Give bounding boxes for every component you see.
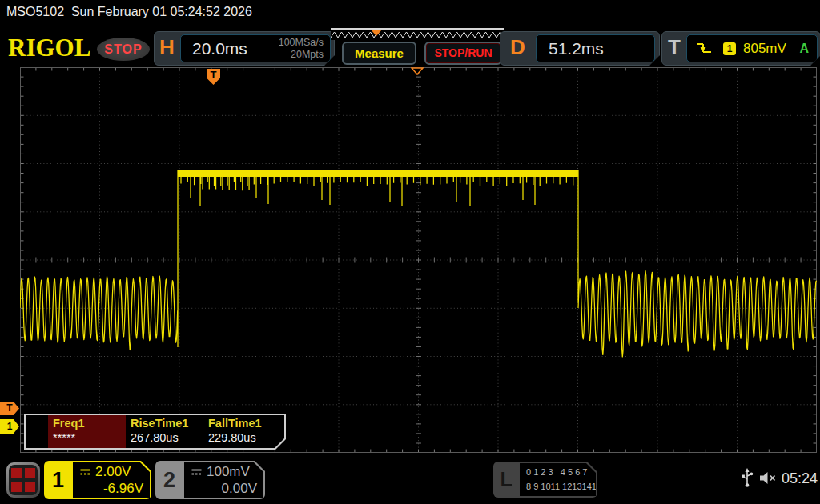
channel2-offset: 0.00V xyxy=(191,481,257,497)
acquisition-info: 100MSa/s 20Mpts xyxy=(279,37,330,61)
waveform-display-area: T Freq1 ***** RiseTime1 267.80us FallTim… xyxy=(20,67,817,453)
measurement-panel-body: Freq1 ***** RiseTime1 267.80us FallTime1… xyxy=(26,415,284,448)
measurement-label: RiseTime1 xyxy=(131,417,203,430)
measurement-item-freq[interactable]: Freq1 ***** xyxy=(48,415,126,448)
digital-channels-row1: 0 1 2 3 4 5 6 7 xyxy=(526,466,596,479)
rigol-logo: RIGOL xyxy=(8,34,90,62)
waveform-position-bar[interactable] xyxy=(331,28,504,40)
channel1-ground-marker[interactable]: 1 xyxy=(0,419,19,434)
usb-icon xyxy=(741,467,754,488)
measure-button[interactable]: Measure xyxy=(342,42,416,65)
horizontal-settings-group[interactable]: H 20.0ms 100MSa/s 20Mpts xyxy=(154,31,335,66)
logic-analyzer-status-box[interactable]: L 0 1 2 3 4 5 6 7 8 9 1011 12131415 xyxy=(493,462,597,498)
delay-box[interactable]: 51.2ms xyxy=(536,34,655,62)
delay-position-icon[interactable] xyxy=(411,67,424,75)
measurement-label: FallTime1 xyxy=(208,417,281,430)
memory-depth: 20Mpts xyxy=(291,49,324,60)
stop-run-button[interactable]: STOP/RUN xyxy=(424,42,502,65)
menu-button[interactable] xyxy=(6,462,40,498)
measurement-value: 229.80us xyxy=(208,431,281,444)
timebase-value: 20.0ms xyxy=(181,39,247,58)
channel2-status-box[interactable]: 2 100mV 0.00V xyxy=(155,461,265,499)
speaker-muted-icon xyxy=(759,471,779,485)
trigger-level-value: 805mV xyxy=(743,41,786,57)
measurement-panel[interactable]: Freq1 ***** RiseTime1 267.80us FallTime1… xyxy=(24,414,286,450)
oscilloscope-screen: MSO5102 Sun February 01 05:24:52 2026 RI… xyxy=(0,0,820,504)
timebase-box[interactable]: 20.0ms 100MSa/s 20Mpts xyxy=(180,34,331,62)
channel2-scale: 100mV xyxy=(207,464,250,480)
channel1-waveform xyxy=(20,67,817,453)
digital-channels-row2: 8 9 1011 12131415 xyxy=(526,480,596,494)
page-title: MSO5102 Sun February 01 05:24:52 2026 xyxy=(6,5,252,19)
trigger-source-badge: 1 xyxy=(723,42,736,55)
measurement-value: 267.80us xyxy=(131,431,203,444)
trigger-settings-group[interactable]: T 1 805mV A xyxy=(661,31,820,66)
measurement-item-risetime[interactable]: RiseTime1 267.80us xyxy=(126,415,203,448)
channel1-values: 2.00V -6.96V xyxy=(73,462,150,498)
logic-analyzer-channels: 0 1 2 3 4 5 6 7 8 9 1011 12131415 xyxy=(520,463,596,496)
channel2-number-badge: 2 xyxy=(155,461,183,499)
delay-label: D xyxy=(510,32,525,63)
trigger-label: T xyxy=(668,32,681,63)
horizontal-label: H xyxy=(159,32,175,63)
menu-grid-icon xyxy=(9,465,38,495)
trigger-box[interactable]: 1 805mV A xyxy=(686,34,818,62)
delay-settings-group[interactable]: D 51.2ms xyxy=(500,31,660,66)
channel1-scale: 2.00V xyxy=(95,464,131,480)
delay-value: 51.2ms xyxy=(537,39,604,58)
trigger-mode-indicator: A xyxy=(799,42,809,56)
channel1-status-box[interactable]: 1 2.00V -6.96V xyxy=(44,461,151,499)
sample-rate: 100MSa/s xyxy=(279,37,324,48)
measurement-label: Freq1 xyxy=(53,417,126,430)
dc-coupling-icon xyxy=(79,468,91,476)
trigger-slope-falling-icon xyxy=(697,42,712,55)
channel1-number-badge: 1 xyxy=(44,461,72,499)
trigger-level-marker[interactable]: T xyxy=(0,402,19,415)
channel2-values: 100mV 0.00V xyxy=(184,462,263,498)
measurement-item-falltime[interactable]: FallTime1 229.80us xyxy=(203,415,281,448)
dc-coupling-icon xyxy=(191,468,203,476)
system-clock: 05:24 xyxy=(782,470,818,487)
channel1-offset: -6.96V xyxy=(79,481,143,497)
run-state-badge[interactable]: STOP xyxy=(97,38,150,61)
waveform-overview-icon xyxy=(331,28,504,40)
logic-analyzer-label: L xyxy=(493,462,520,498)
measurement-value: ***** xyxy=(53,431,126,444)
